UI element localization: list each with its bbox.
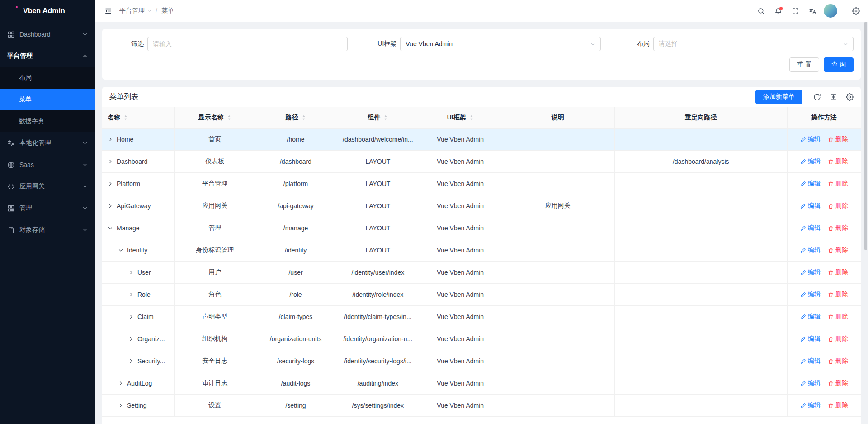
search-button[interactable]	[752, 0, 769, 22]
collapse-row-icon[interactable]	[108, 225, 113, 231]
sort-icon	[123, 114, 128, 121]
framework-label: UI框架	[362, 40, 396, 48]
expand-row-icon[interactable]	[128, 314, 134, 319]
expand-row-icon[interactable]	[128, 270, 134, 275]
sidebar-item-saas[interactable]: Saas	[0, 154, 95, 176]
chevron-down-icon	[82, 32, 88, 37]
breadcrumb-parent[interactable]: 平台管理	[119, 7, 151, 15]
delete-button[interactable]: 删除	[828, 157, 848, 166]
sidebar-item-platform-management[interactable]: 平台管理	[0, 45, 95, 67]
table-row[interactable]: Setting 设置 /setting /sys/settings/index …	[102, 395, 861, 417]
sidebar-item-manage[interactable]: 管理	[0, 197, 95, 219]
table-row[interactable]: Manage 管理 /manage LAYOUT Vue Vben Admin …	[102, 217, 861, 239]
expand-row-icon[interactable]	[108, 159, 113, 164]
expand-row-icon[interactable]	[108, 203, 113, 209]
sidebar-item-api-gateway[interactable]: 应用网关	[0, 176, 95, 197]
trash-icon	[828, 292, 834, 298]
notifications-button[interactable]	[769, 0, 787, 22]
delete-button[interactable]: 删除	[828, 335, 848, 343]
filter-input[interactable]	[147, 37, 348, 51]
column-header-path[interactable]: 路径	[255, 107, 336, 129]
pencil-icon	[800, 181, 806, 187]
sidebar-item-localization[interactable]: 本地化管理	[0, 132, 95, 154]
edit-button[interactable]: 编辑	[800, 135, 821, 143]
sidebar-menu: Dashboard 平台管理 布局 菜单 数据字典 本地化管理 Saas	[0, 24, 95, 241]
edit-button[interactable]: 编辑	[800, 268, 821, 276]
edit-button[interactable]: 编辑	[800, 291, 821, 299]
theme-settings-button[interactable]	[847, 0, 864, 22]
expand-row-icon[interactable]	[128, 292, 134, 297]
breadcrumb-current[interactable]: 菜单	[161, 7, 174, 15]
edit-button[interactable]: 编辑	[800, 357, 821, 365]
pencil-icon	[800, 292, 806, 298]
delete-button[interactable]: 删除	[828, 268, 848, 276]
table-row[interactable]: Platform 平台管理 /platform LAYOUT Vue Vben …	[102, 173, 861, 195]
table-row[interactable]: Dashboard 仪表板 /dashboard LAYOUT Vue Vben…	[102, 151, 861, 173]
table-row[interactable]: Organiz... 组织机构 /organization-units /ide…	[102, 328, 861, 350]
column-header-display-name[interactable]: 显示名称	[175, 107, 255, 129]
chevron-down-icon	[82, 184, 88, 189]
query-button[interactable]: 查 询	[824, 57, 854, 72]
language-button[interactable]	[804, 0, 821, 22]
table-row[interactable]: Home 首页 /home /dashboard/welcome/in... V…	[102, 129, 861, 151]
table-row[interactable]: Security... 安全日志 /security-logs /identit…	[102, 350, 861, 372]
page-scrollbar[interactable]	[864, 22, 867, 250]
edit-button[interactable]: 编辑	[800, 202, 821, 210]
edit-button[interactable]: 编辑	[800, 401, 821, 410]
sidebar-item-dashboard[interactable]: Dashboard	[0, 24, 95, 45]
table-row[interactable]: User 用户 /user /identity/user/index Vue V…	[102, 262, 861, 284]
expand-row-icon[interactable]	[128, 358, 134, 364]
sidebar-collapse-button[interactable]	[100, 0, 116, 22]
table-row[interactable]: Identity 身份标识管理 /identity LAYOUT Vue Vbe…	[102, 239, 861, 262]
add-menu-button[interactable]: 添加新菜单	[755, 90, 802, 104]
delete-button[interactable]: 删除	[828, 401, 848, 410]
delete-button[interactable]: 删除	[828, 357, 848, 365]
edit-button[interactable]: 编辑	[800, 224, 821, 232]
table-row[interactable]: Claim 声明类型 /claim-types /identity/claim-…	[102, 306, 861, 328]
avatar[interactable]	[824, 4, 837, 18]
column-settings-gear-icon[interactable]	[846, 93, 854, 101]
table-row[interactable]: ApiGateway 应用网关 /api-gateway LAYOUT Vue …	[102, 195, 861, 217]
delete-button[interactable]: 删除	[828, 313, 848, 321]
collapse-row-icon[interactable]	[118, 248, 123, 253]
filter-actions: 重 置 查 询	[109, 57, 854, 72]
edit-button[interactable]: 编辑	[800, 246, 821, 254]
appstore-icon	[7, 205, 15, 212]
table-row[interactable]: AuditLog 审计日志 /audit-logs /auditing/inde…	[102, 372, 861, 395]
reset-button[interactable]: 重 置	[789, 57, 819, 72]
column-header-component[interactable]: 组件	[336, 107, 420, 129]
notification-dot	[779, 7, 783, 10]
edit-button[interactable]: 编辑	[800, 335, 821, 343]
framework-select[interactable]: Vue Vben Admin	[400, 37, 600, 51]
filter-panel: 筛选 UI框架 Vue Vben Admin 布局 请选择	[102, 29, 861, 80]
expand-row-icon[interactable]	[118, 403, 123, 408]
edit-button[interactable]: 编辑	[800, 313, 821, 321]
edit-button[interactable]: 编辑	[800, 180, 821, 188]
expand-row-icon[interactable]	[108, 137, 113, 142]
column-header-name[interactable]: 名称	[102, 107, 175, 129]
delete-button[interactable]: 删除	[828, 379, 848, 387]
delete-button[interactable]: 删除	[828, 291, 848, 299]
layout-select[interactable]: 请选择	[653, 37, 854, 51]
row-height-icon[interactable]	[830, 93, 837, 101]
table-row[interactable]: Role 角色 /role /identity/role/index Vue V…	[102, 284, 861, 306]
edit-button[interactable]: 编辑	[800, 157, 821, 166]
fullscreen-button[interactable]	[787, 0, 804, 22]
app-logo[interactable]: Vben Admin	[0, 0, 95, 22]
expand-row-icon[interactable]	[108, 181, 113, 186]
expand-row-icon[interactable]	[118, 381, 123, 386]
edit-button[interactable]: 编辑	[800, 379, 821, 387]
sidebar-item-data-dictionary[interactable]: 数据字典	[0, 110, 95, 132]
expand-row-icon[interactable]	[128, 336, 134, 342]
delete-button[interactable]: 删除	[828, 246, 848, 254]
refresh-icon[interactable]	[813, 93, 821, 101]
delete-button[interactable]: 删除	[828, 135, 848, 143]
trash-icon	[828, 358, 834, 364]
delete-button[interactable]: 删除	[828, 180, 848, 188]
column-header-ui-framework[interactable]: UI框架	[420, 107, 501, 129]
delete-button[interactable]: 删除	[828, 202, 848, 210]
delete-button[interactable]: 删除	[828, 224, 848, 232]
sidebar-item-object-storage[interactable]: 对象存储	[0, 219, 95, 241]
sidebar-item-menu[interactable]: 菜单	[0, 89, 95, 110]
sidebar-item-layout[interactable]: 布局	[0, 67, 95, 89]
